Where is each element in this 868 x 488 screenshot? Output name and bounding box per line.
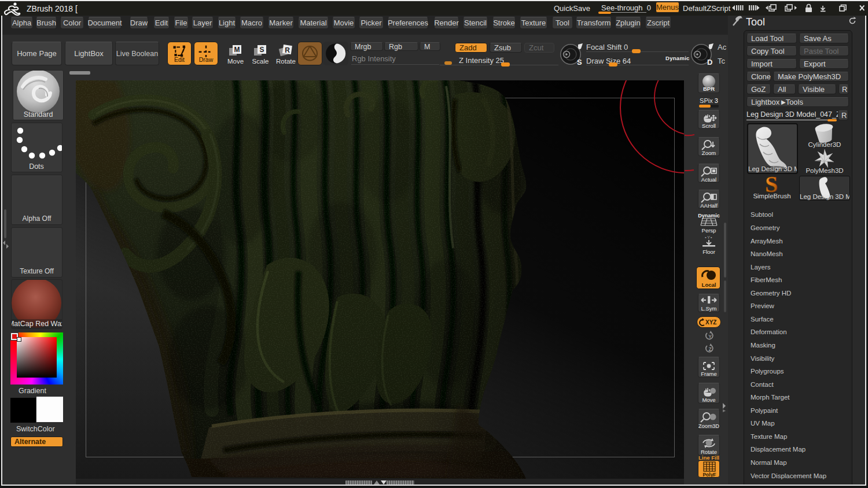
svg-text:Zoom3D: Zoom3D bbox=[698, 423, 719, 429]
svg-text:Frame: Frame bbox=[701, 371, 716, 377]
svg-text:R: R bbox=[285, 46, 290, 54]
svg-text:Dots: Dots bbox=[29, 162, 44, 171]
svg-text:D: D bbox=[707, 58, 712, 66]
svg-text:S: S bbox=[577, 58, 582, 66]
svg-text:Draw: Draw bbox=[199, 57, 214, 63]
svg-text:Local: Local bbox=[702, 282, 716, 288]
svg-text:XYZ: XYZ bbox=[705, 319, 716, 326]
svg-text:Scroll: Scroll bbox=[702, 123, 716, 129]
svg-text:M: M bbox=[234, 46, 240, 54]
svg-text:AAHalf: AAHalf bbox=[700, 202, 718, 209]
svg-text:Zoom: Zoom bbox=[702, 150, 716, 156]
svg-text:PolyF: PolyF bbox=[703, 472, 716, 478]
svg-text:Actual: Actual bbox=[701, 176, 716, 183]
svg-text:S: S bbox=[765, 174, 778, 195]
svg-text:Edit: Edit bbox=[174, 57, 185, 63]
svg-text:MatCap Red Wax: MatCap Red Wax bbox=[12, 320, 62, 328]
svg-text:Move: Move bbox=[702, 397, 715, 403]
svg-text:Z: Z bbox=[708, 346, 711, 352]
svg-text:S: S bbox=[259, 46, 264, 54]
svg-text:BPR: BPR bbox=[703, 86, 715, 92]
svg-text:Standard: Standard bbox=[24, 110, 53, 119]
svg-text:Y: Y bbox=[708, 334, 712, 339]
svg-text:L.Sym: L.Sym bbox=[701, 305, 717, 312]
